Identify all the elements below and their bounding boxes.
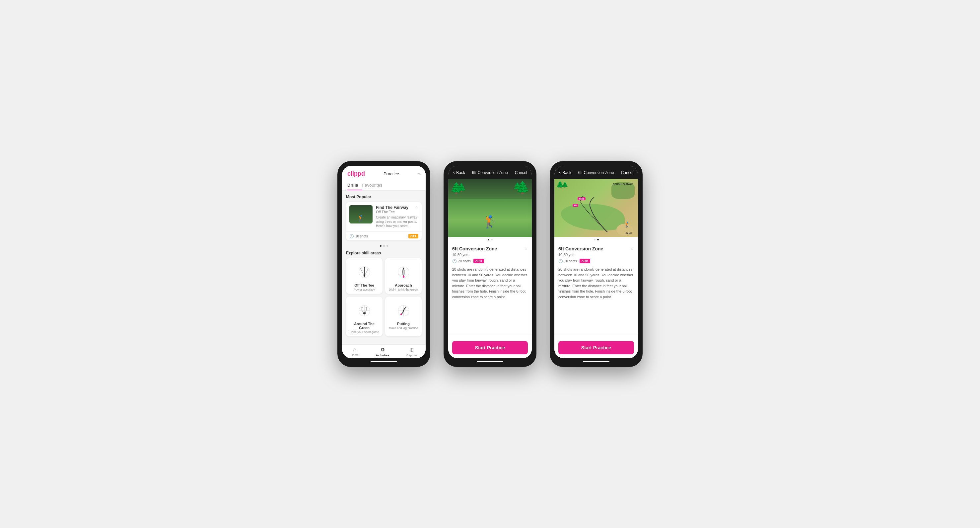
phone-3: < Back 6ft Conversion Zone Cancel 🌲 🌲 FA… [550,161,643,367]
clock-icon: 🕐 [349,234,354,238]
drill-shots-info: 🕐 20 shots [452,259,471,263]
drill-shots-count-3: 20 shots [564,259,577,263]
dot-1[interactable] [380,245,382,247]
nav-activities[interactable]: ♻ Activities [376,347,389,357]
nav-home[interactable]: ⌂ Home [351,347,359,357]
start-practice-area: Start Practice [448,334,532,358]
drill-title-row: 6ft Conversion Zone ☆ [452,246,528,251]
drill-badge: OTT [408,234,418,238]
menu-icon[interactable]: ≡ [418,171,420,177]
home-icon: ⌂ [353,347,356,353]
drill-meta: 🕐 20 shots ARG [452,259,528,263]
svg-point-12 [402,276,404,278]
drill-description: 20 shots are randomly generated at dista… [452,266,528,300]
image-carousel-dots [448,237,532,242]
svg-point-19 [366,307,367,308]
capture-label: Capture [406,354,417,357]
atg-desc: Hone your short game [349,330,379,334]
bottom-navigation: ⌂ Home ♻ Activities ⊕ Capture [342,345,426,358]
drill-shots-count: 20 shots [458,259,471,263]
drill-name: Find The Fairway [376,205,408,210]
back-button-3[interactable]: < Back [559,171,571,175]
drill-details-3: 6ft Conversion Zone ☆ 10-50 yds 🕐 20 sho… [554,242,638,334]
svg-point-24 [403,310,404,311]
clock-icon-3: 🕐 [558,259,563,263]
drill-category-badge: ARG [473,259,484,263]
drill-subtitle: Off The Tee [376,210,408,214]
putting-name: Putting [397,322,410,326]
ott-name: Off The Tee [354,283,374,287]
svg-point-18 [361,307,363,308]
drill-header-title: 6ft Conversion Zone [472,171,508,175]
favourite-star-3[interactable]: ☆ [630,246,634,251]
cancel-button-3[interactable]: Cancel [621,171,633,175]
drill-range: 10-50 yds [452,253,528,257]
practice-content: Most Popular 🏌️ Find The Fairway Off The… [342,191,426,345]
start-practice-button[interactable]: Start Practice [452,341,528,354]
image-dot-3-2[interactable] [597,239,599,241]
tree-icon-4: 🌲 [513,182,522,191]
approach-name: Approach [395,283,412,287]
tab-bar: Drills Favourites [347,181,420,190]
image-dot-3-1[interactable] [594,239,595,241]
drill-range-3: 10-50 yds [558,253,634,257]
drill-shots-info-3: 🕐 20 shots [558,259,577,263]
atg-name: Around The Green [349,322,380,330]
drill-header-3: < Back 6ft Conversion Zone Cancel [554,166,638,179]
tab-favourites[interactable]: Favourites [362,181,387,190]
golfer-icon: 🏌️ [357,215,364,222]
dot-2[interactable] [383,245,385,247]
map-golfer: 🏌️ [624,222,631,228]
image-carousel-dots-3 [554,237,638,242]
drill-info: Find The Fairway Off The Tee ☆ Create an… [376,205,418,228]
svg-point-25 [406,306,407,308]
phone-1: clippd Practice ≡ Drills Favourites Most… [337,161,430,367]
drill-title-3: 6ft Conversion Zone [558,246,603,251]
drill-description: Create an imaginary fairway using trees … [376,215,418,228]
skill-card-ott[interactable]: Off The Tee Power accuracy [346,258,382,294]
phone-2-screen: < Back 6ft Conversion Zone Cancel 🌲 🌲 🌲 … [448,166,532,358]
shots-count: 10 shots [355,234,368,238]
back-button[interactable]: < Back [453,171,465,175]
start-practice-area-3: Start Practice [554,334,638,358]
favourite-icon[interactable]: ☆ [415,205,418,210]
shots-info: 🕐 10 shots [349,234,368,238]
skill-areas-grid: Off The Tee Power accuracy [346,258,422,337]
home-bar [371,361,397,362]
ott-icon [355,263,374,281]
approach-icon [395,263,413,281]
skill-card-approach[interactable]: Approach Dial-in to hit the green [385,258,422,294]
drill-description-3: 20 shots are randomly generated at dista… [558,266,634,300]
image-dot-1[interactable] [488,239,489,241]
drill-category-badge-3: ARG [579,259,590,263]
drill-header: < Back 6ft Conversion Zone Cancel [448,166,532,179]
ott-icon-area [354,262,374,282]
explore-label: Explore skill areas [346,251,422,255]
dot-3[interactable] [387,245,388,247]
golfer-figure: 🏌️ [483,215,498,229]
cancel-button[interactable]: Cancel [515,171,527,175]
drill-title-row-3: 6ft Conversion Zone ☆ [558,246,634,251]
tree-icon-2: 🌲 [457,183,466,192]
home-bar-3 [583,361,609,362]
header-title: Practice [383,171,399,176]
favourite-star[interactable]: ☆ [524,246,528,251]
approach-desc: Dial-in to hit the green [389,288,418,291]
putting-icon-area [393,300,414,321]
nav-capture[interactable]: ⊕ Capture [406,347,417,357]
featured-drill-card[interactable]: 🏌️ Find The Fairway Off The Tee ☆ Create… [346,202,422,241]
phone-1-screen: clippd Practice ≡ Drills Favourites Most… [342,166,426,358]
drill-footer: 🕐 10 shots OTT [346,231,422,241]
drill-map: 🌲 🌲 FAIRWAY ROUGH SAND Miss Hit 🏌️ [554,179,638,237]
image-dot-2[interactable] [491,239,493,241]
most-popular-label: Most Popular [346,195,422,199]
start-practice-button-3[interactable]: Start Practice [558,341,634,354]
skill-card-atg[interactable]: Around The Green Hone your short game [346,297,382,337]
skill-card-putting[interactable]: Putting Make and lag practice [385,297,422,337]
trajectory-svg [554,179,638,237]
svg-point-23 [400,313,402,315]
activities-icon: ♻ [380,347,385,353]
drill-title: 6ft Conversion Zone [452,246,497,251]
home-bar-2 [477,361,503,362]
tab-drills[interactable]: Drills [347,181,362,190]
